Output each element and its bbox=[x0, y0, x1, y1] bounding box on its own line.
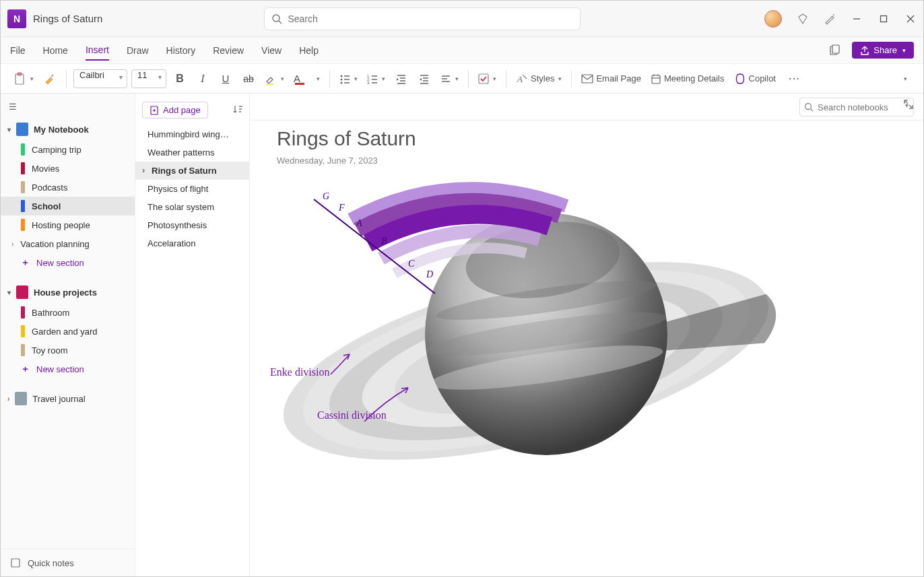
ring-label-c: C bbox=[408, 259, 414, 269]
user-avatar[interactable] bbox=[764, 10, 782, 28]
pages-panel: Add page Hummingbird wing… Weather patte… bbox=[135, 94, 250, 576]
new-section-button[interactable]: ＋New section bbox=[1, 253, 135, 272]
minimize-button[interactable] bbox=[851, 13, 863, 25]
section-hosting-people[interactable]: Hosting people bbox=[1, 215, 135, 234]
notebook-label: My Notebook bbox=[34, 125, 89, 135]
paste-button[interactable]: ▾ bbox=[10, 69, 36, 89]
underline-button[interactable]: U bbox=[216, 69, 235, 89]
plus-icon: ＋ bbox=[21, 363, 30, 375]
svg-text:3: 3 bbox=[367, 81, 370, 85]
expand-page-icon[interactable] bbox=[903, 99, 914, 112]
section-garden-and-yard[interactable]: Garden and yard bbox=[1, 322, 135, 341]
styles-button[interactable]: AStyles▾ bbox=[513, 69, 564, 89]
svg-text:A: A bbox=[517, 74, 523, 84]
email-page-button[interactable]: Email Page bbox=[579, 69, 643, 89]
global-search-input[interactable] bbox=[288, 8, 573, 30]
notebook-label: House projects bbox=[34, 287, 97, 298]
ring-label-g: G bbox=[323, 191, 329, 202]
new-section-button-2[interactable]: ＋New section bbox=[1, 360, 135, 378]
notebook-house-projects[interactable]: ▾ House projects bbox=[1, 281, 135, 303]
search-icon bbox=[271, 13, 282, 24]
page-solar-system[interactable]: The solar system bbox=[135, 198, 249, 216]
add-page-button[interactable]: Add page bbox=[142, 102, 208, 118]
diamond-icon[interactable] bbox=[797, 13, 809, 25]
decrease-indent-button[interactable] bbox=[392, 69, 411, 89]
menu-draw[interactable]: Draw bbox=[127, 41, 149, 60]
svg-point-13 bbox=[341, 75, 343, 77]
section-toy-room[interactable]: Toy room bbox=[1, 341, 135, 360]
maximize-button[interactable] bbox=[878, 13, 890, 25]
section-movies[interactable]: Movies bbox=[1, 159, 135, 178]
close-button[interactable] bbox=[904, 13, 917, 25]
plus-icon: ＋ bbox=[21, 257, 30, 269]
global-search[interactable] bbox=[264, 7, 581, 30]
meeting-details-button[interactable]: Meeting Details bbox=[648, 69, 727, 89]
section-school[interactable]: School bbox=[1, 197, 135, 215]
more-options-button[interactable]: ··· bbox=[785, 69, 804, 89]
quick-notes-button[interactable]: Quick notes bbox=[1, 549, 135, 576]
svg-rect-43 bbox=[11, 559, 20, 567]
page-rings-of-saturn[interactable]: Rings of Saturn bbox=[135, 162, 249, 180]
bullet-list-button[interactable]: ▾ bbox=[337, 69, 360, 89]
annotation-enke: Enke division bbox=[270, 366, 329, 378]
chevron-right-icon: › bbox=[7, 395, 9, 403]
svg-line-1 bbox=[279, 21, 282, 24]
svg-point-0 bbox=[273, 15, 279, 22]
ring-label-b: B bbox=[381, 236, 387, 247]
share-icon bbox=[860, 46, 869, 55]
section-podcasts[interactable]: Podcasts bbox=[1, 178, 135, 197]
copilot-button[interactable]: Copilot bbox=[731, 69, 779, 89]
font-size-select[interactable]: 11 bbox=[131, 69, 166, 88]
svg-point-17 bbox=[341, 81, 343, 83]
menu-review[interactable]: Review bbox=[213, 41, 244, 60]
ribbon-toolbar: ▾ Cailbri 11 B I U ab ▾ A▾ ▾ 123▾ ▾ ▾ AS… bbox=[1, 64, 923, 94]
page-accelaration[interactable]: Accelaration bbox=[135, 234, 249, 252]
open-in-app-icon[interactable] bbox=[825, 40, 844, 61]
notebook-icon bbox=[16, 285, 28, 299]
onenote-app-icon: N bbox=[7, 9, 26, 28]
svg-rect-39 bbox=[652, 75, 660, 83]
note-date: Wednesday, June 7, 2023 bbox=[277, 156, 896, 166]
ring-label-d: D bbox=[426, 269, 433, 280]
menu-history[interactable]: History bbox=[166, 41, 196, 60]
menu-home[interactable]: Home bbox=[43, 41, 68, 60]
svg-rect-8 bbox=[832, 45, 839, 53]
format-painter-button[interactable] bbox=[40, 69, 59, 89]
notebook-icon bbox=[15, 392, 27, 405]
strikethrough-button[interactable]: ab bbox=[239, 69, 258, 89]
section-vacation-planning[interactable]: ›Vacation planning bbox=[1, 234, 135, 253]
svg-point-47 bbox=[805, 104, 812, 110]
page-hummingbird[interactable]: Hummingbird wing… bbox=[135, 125, 249, 143]
font-family-select[interactable]: Cailbri bbox=[73, 69, 127, 88]
page-physics-of-flight[interactable]: Physics of flight bbox=[135, 180, 249, 198]
bold-button[interactable]: B bbox=[170, 69, 189, 89]
page-photosynthesis[interactable]: Photosynthesis bbox=[135, 216, 249, 234]
note-title[interactable]: Rings of Saturn bbox=[277, 127, 896, 150]
align-button[interactable]: ▾ bbox=[438, 69, 461, 89]
notebook-travel-journal[interactable]: › Travel journal bbox=[1, 388, 135, 409]
section-bathroom[interactable]: Bathroom bbox=[1, 303, 135, 322]
menu-help[interactable]: Help bbox=[299, 41, 319, 60]
italic-button[interactable]: I bbox=[193, 69, 212, 89]
menu-view[interactable]: View bbox=[261, 41, 282, 60]
todo-tag-button[interactable]: ▾ bbox=[475, 69, 499, 89]
number-list-button[interactable]: 123▾ bbox=[364, 69, 388, 89]
page-weather-patterns[interactable]: Weather patterns bbox=[135, 143, 249, 162]
svg-rect-36 bbox=[479, 74, 488, 83]
menu-insert[interactable]: Insert bbox=[86, 40, 109, 61]
notebook-icon bbox=[16, 123, 28, 136]
sort-pages-icon[interactable] bbox=[233, 104, 242, 116]
search-notebooks-input[interactable] bbox=[799, 98, 914, 116]
note-content-area[interactable]: ▾ Rings of Saturn Wednesday, June 7, 202… bbox=[250, 94, 923, 576]
panel-toggle-icon[interactable]: ☰ bbox=[1, 98, 135, 118]
increase-indent-button[interactable] bbox=[415, 69, 434, 89]
title-bar: N Rings of Saturn bbox=[1, 1, 923, 37]
ribbon-chevron-icon[interactable]: ▾ bbox=[895, 69, 914, 89]
font-color-button[interactable]: A▾ bbox=[291, 69, 323, 89]
share-button[interactable]: Share ▾ bbox=[852, 42, 914, 59]
highlight-button[interactable]: ▾ bbox=[262, 69, 287, 89]
pen-sparkle-icon[interactable] bbox=[824, 13, 836, 25]
notebook-my-notebook[interactable]: ▾ My Notebook bbox=[1, 118, 135, 140]
section-camping-trip[interactable]: Camping trip bbox=[1, 140, 135, 159]
menu-file[interactable]: File bbox=[10, 41, 26, 60]
